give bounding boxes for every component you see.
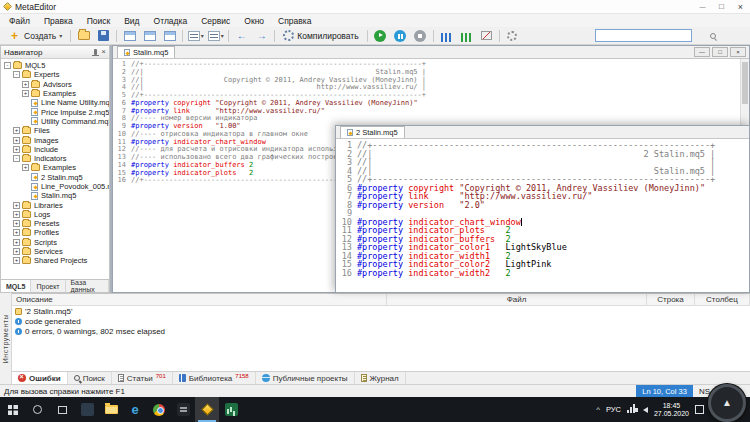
search-input[interactable] [596,30,710,41]
toolbar-options-button[interactable] [503,28,522,44]
expand-icon[interactable]: + [13,202,20,209]
clock[interactable]: 18:45 27.05.2020 [654,402,689,418]
toolbar-symbols-button[interactable]: ▾ [186,28,205,44]
toolbar-profiler-button[interactable] [411,28,430,44]
navigator-tab-Проект[interactable]: Проект [31,280,65,292]
expand-icon[interactable]: + [13,248,20,255]
toolbar-compile-button[interactable]: Компилировать [278,28,363,44]
toolbar-debug-history-button[interactable] [391,28,410,44]
close-button[interactable] [731,0,750,14]
tab-public-projects[interactable]: Публичные проекты [256,372,355,384]
minimize-button[interactable] [693,0,712,14]
toolbar-back-button[interactable] [232,28,251,44]
toolbar-styler-button[interactable] [160,28,179,44]
menu-edit[interactable]: Правка [37,14,80,27]
tab-articles[interactable]: Статьи701 [112,372,173,384]
tree-item[interactable]: -Experts [1,70,109,79]
expand-icon[interactable]: + [22,90,29,97]
tree-item[interactable]: +Files [1,126,109,135]
toolbar-periods-button[interactable]: ▾ [206,28,225,44]
tree-item[interactable]: +Logs [1,210,109,219]
tree-item[interactable]: +Presets [1,219,109,228]
toolbar-snippets-button[interactable] [140,28,159,44]
tree-item[interactable]: 2 Stalin.mq5 [1,173,109,182]
collapse-icon[interactable]: - [13,155,20,162]
toolbar-save-button[interactable] [94,28,113,44]
maximize-button[interactable] [712,0,731,14]
tree-item[interactable]: +Examples [1,89,109,98]
tree-item[interactable]: Line_Povodok_005.mq5 [1,182,109,191]
column-line[interactable]: Строка [647,294,695,305]
tree-item[interactable]: Price Impulse 2.mq5 [1,107,109,116]
tab-search[interactable]: Поиск [68,372,112,384]
expand-icon[interactable]: + [13,229,20,236]
expand-icon[interactable]: + [13,239,20,246]
toolbar-chart-candles-button[interactable] [457,28,476,44]
expand-icon[interactable]: + [13,137,20,144]
toolbar-open-button[interactable] [74,28,93,44]
expand-icon[interactable]: + [13,146,20,153]
taskbar-app-explorer[interactable] [99,397,123,422]
menu-search[interactable]: Поиск [80,14,118,27]
action-center-icon[interactable] [695,405,704,414]
output-row[interactable]: 0 errors, 0 warnings, 802 msec elapsed [12,326,750,336]
tree-item[interactable]: +Examples [1,163,109,172]
tree-item[interactable]: Stalin.mq5 [1,191,109,200]
output-row[interactable]: code generated [12,316,750,326]
expand-icon[interactable]: + [22,164,29,171]
taskbar-app-dark1[interactable] [75,397,99,422]
column-file[interactable]: Файл [387,294,647,305]
search-button[interactable] [25,397,50,422]
tree-item[interactable]: -Indicators [1,154,109,163]
tree-item[interactable]: +Include [1,145,109,154]
recorder-overlay-button[interactable]: ▲ [708,384,746,422]
tree-item[interactable]: Utility Command.mq5 [1,117,109,126]
expand-icon[interactable]: + [13,211,20,218]
menu-help[interactable]: Справка [271,14,318,27]
taskbar-app-dark2[interactable] [171,397,195,422]
toolbar-profiles-button[interactable] [120,28,139,44]
expand-icon[interactable]: + [13,257,20,264]
toolbar-chart-bars-button[interactable] [437,28,456,44]
code-editor-2stalin[interactable]: 1//+------------------------------------… [336,139,749,292]
language-indicator[interactable]: РУС [606,405,621,414]
tree-item[interactable]: Line Name Utility.mq5 [1,98,109,107]
tree-item[interactable]: +Libraries [1,200,109,209]
tree-item[interactable]: +Advisors [1,80,109,89]
menu-view[interactable]: Вид [117,14,146,27]
collapse-icon[interactable]: - [13,71,20,78]
collapse-icon[interactable]: - [4,62,11,69]
tab-library[interactable]: Библиотека7158 [173,372,256,384]
navigator-tab-База данных[interactable]: База данных [66,280,109,292]
volume-icon[interactable] [643,407,648,413]
scrollbar-thumb[interactable] [742,62,748,104]
tree-item[interactable]: -MQL5 [1,61,109,70]
expand-icon[interactable]: + [13,127,20,134]
task-view-button[interactable] [50,397,75,422]
column-description[interactable]: Описание [12,294,387,305]
start-button[interactable] [0,397,25,422]
output-row[interactable]: '2 Stalin.mq5' [12,306,750,316]
close-icon[interactable]: × [101,49,106,55]
taskbar-app-chrome[interactable] [147,397,171,422]
mdi-minimize-button[interactable]: — [694,47,710,57]
taskbar-app-metaeditor[interactable] [195,397,219,422]
tree-item[interactable]: +Scripts [1,238,109,247]
column-column[interactable]: Столбец [695,294,750,305]
toolbar-new-button[interactable]: Создать▾ [3,28,67,44]
network-icon[interactable] [627,410,629,413]
mdi-restore-button[interactable]: □ [712,47,728,57]
taskbar-app-edge[interactable] [123,397,147,422]
tree-item[interactable]: +Profiles [1,228,109,237]
file-tab-2stalin[interactable]: 2 Stalin.mq5 [340,126,405,138]
menu-file[interactable]: Файл [2,14,37,27]
navigator-tab-MQL5[interactable]: MQL5 [1,280,31,292]
menu-window[interactable]: Окно [237,14,271,27]
tree-item[interactable]: +Services [1,247,109,256]
hidden-icons-chevron[interactable]: ^ [596,405,600,414]
taskbar-app-green[interactable] [219,397,243,422]
toolbar-start-debug-button[interactable] [371,28,390,44]
tab-errors[interactable]: Ошибки [12,372,68,384]
expand-icon[interactable]: + [13,220,20,227]
toolbar-chart-line-button[interactable] [477,28,496,44]
